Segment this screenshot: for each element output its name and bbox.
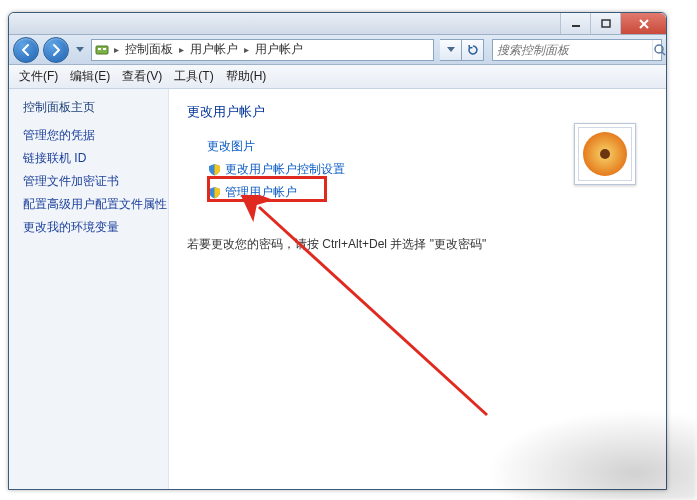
refresh-button[interactable] — [462, 39, 484, 61]
svg-rect-5 — [98, 48, 101, 50]
navbar: ▸ 控制面板 ▸ 用户帐户 ▸ 用户帐户 — [9, 35, 666, 65]
titlebar — [9, 13, 666, 35]
sidebar: 控制面板主页 管理您的凭据 链接联机 ID 管理文件加密证书 配置高级用户配置文… — [9, 89, 169, 489]
minimize-button[interactable] — [560, 13, 590, 34]
svg-line-8 — [662, 52, 665, 55]
window-frame: ▸ 控制面板 ▸ 用户帐户 ▸ 用户帐户 文件(F) 编辑(E) 查看(V) 工… — [8, 12, 667, 490]
breadcrumb-sep: ▸ — [242, 44, 251, 55]
password-note: 若要更改您的密码，请按 Ctrl+Alt+Del 并选择 "更改密码" — [187, 236, 648, 253]
svg-rect-1 — [602, 20, 610, 27]
manage-accounts-label: 管理用户帐户 — [225, 184, 297, 201]
close-button[interactable] — [620, 13, 666, 34]
control-panel-home-link[interactable]: 控制面板主页 — [23, 99, 168, 116]
change-picture-label: 更改图片 — [207, 138, 255, 155]
forward-button[interactable] — [43, 37, 69, 63]
sidebar-link-advanced-profile[interactable]: 配置高级用户配置文件属性 — [23, 193, 168, 216]
sidebar-link-env-vars[interactable]: 更改我的环境变量 — [23, 216, 168, 239]
search-input[interactable] — [493, 43, 652, 57]
uac-settings-label: 更改用户帐户控制设置 — [225, 161, 345, 178]
maximize-button[interactable] — [590, 13, 620, 34]
menu-edit[interactable]: 编辑(E) — [64, 66, 116, 87]
svg-rect-6 — [103, 48, 106, 50]
menu-view[interactable]: 查看(V) — [116, 66, 168, 87]
control-panel-icon — [94, 42, 110, 58]
menu-tools[interactable]: 工具(T) — [168, 66, 219, 87]
address-dropdown-button[interactable] — [440, 39, 462, 61]
back-button[interactable] — [13, 37, 39, 63]
breadcrumb-item[interactable]: 用户帐户 — [188, 41, 240, 58]
breadcrumb-sep: ▸ — [112, 44, 121, 55]
content-pane: 更改用户帐户 更改图片 更改用户帐户控制设置 管理用户帐户 — [169, 89, 666, 489]
sidebar-link-encryption-cert[interactable]: 管理文件加密证书 — [23, 170, 168, 193]
sidebar-link-credentials[interactable]: 管理您的凭据 — [23, 124, 168, 147]
breadcrumb-sep: ▸ — [177, 44, 186, 55]
svg-point-7 — [655, 45, 663, 53]
user-avatar[interactable] — [574, 123, 636, 185]
menubar: 文件(F) 编辑(E) 查看(V) 工具(T) 帮助(H) — [9, 65, 666, 89]
shield-icon — [207, 186, 221, 200]
shield-icon — [207, 163, 221, 177]
menu-help[interactable]: 帮助(H) — [220, 66, 273, 87]
search-box[interactable] — [492, 39, 662, 61]
nav-history-dropdown[interactable] — [73, 38, 87, 62]
sidebar-link-online-id[interactable]: 链接联机 ID — [23, 147, 168, 170]
page-heading: 更改用户帐户 — [187, 103, 648, 121]
menu-file[interactable]: 文件(F) — [13, 66, 64, 87]
avatar-image — [578, 127, 632, 181]
address-bar[interactable]: ▸ 控制面板 ▸ 用户帐户 ▸ 用户帐户 — [91, 39, 434, 61]
breadcrumb-item[interactable]: 用户帐户 — [253, 41, 305, 58]
svg-rect-4 — [96, 46, 108, 54]
search-icon[interactable] — [652, 40, 667, 60]
window-body: 控制面板主页 管理您的凭据 链接联机 ID 管理文件加密证书 配置高级用户配置文… — [9, 89, 666, 489]
breadcrumb-item[interactable]: 控制面板 — [123, 41, 175, 58]
